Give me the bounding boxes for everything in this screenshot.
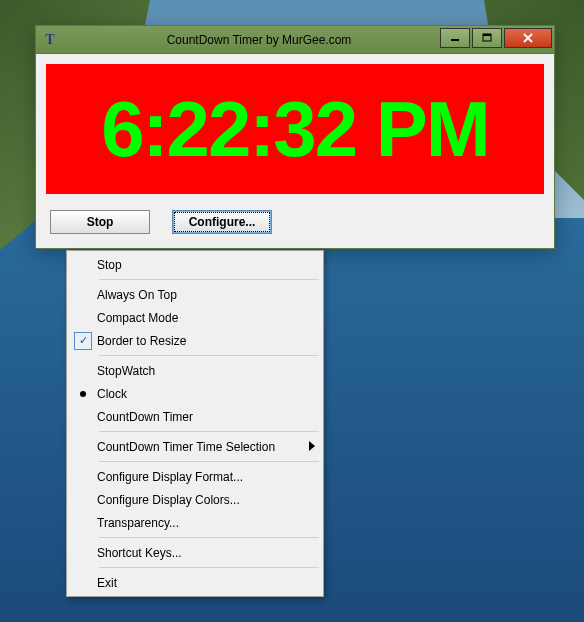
menu-separator xyxy=(99,355,319,356)
app-icon: T xyxy=(42,32,58,48)
maximize-button[interactable] xyxy=(472,28,502,48)
menu-separator xyxy=(99,567,319,568)
titlebar[interactable]: T CountDown Timer by MurGee.com xyxy=(36,26,554,54)
stop-button[interactable]: Stop xyxy=(50,210,150,234)
menu-separator xyxy=(99,279,319,280)
menu-item-exit[interactable]: Exit xyxy=(69,571,321,594)
menu-item-border-to-resize[interactable]: ✓ Border to Resize xyxy=(69,329,321,352)
check-icon: ✓ xyxy=(74,332,92,350)
svg-marker-5 xyxy=(309,441,315,451)
time-display: 6:22:32 PM xyxy=(46,64,544,194)
configure-button[interactable]: Configure... xyxy=(172,210,272,234)
submenu-arrow-icon xyxy=(309,440,315,454)
menu-item-shortcut-keys[interactable]: Shortcut Keys... xyxy=(69,541,321,564)
context-menu: Stop Always On Top Compact Mode ✓ Border… xyxy=(66,250,324,597)
menu-item-clock[interactable]: Clock xyxy=(69,382,321,405)
client-area: 6:22:32 PM Stop Configure... xyxy=(36,54,554,248)
menu-item-display-colors[interactable]: Configure Display Colors... xyxy=(69,488,321,511)
menu-item-time-selection[interactable]: CountDown Timer Time Selection xyxy=(69,435,321,458)
radio-dot-icon xyxy=(80,391,86,397)
menu-item-compact-mode[interactable]: Compact Mode xyxy=(69,306,321,329)
menu-item-transparency[interactable]: Transparency... xyxy=(69,511,321,534)
close-button[interactable] xyxy=(504,28,552,48)
menu-separator xyxy=(99,537,319,538)
menu-item-display-format[interactable]: Configure Display Format... xyxy=(69,465,321,488)
menu-item-stop[interactable]: Stop xyxy=(69,253,321,276)
menu-item-always-on-top[interactable]: Always On Top xyxy=(69,283,321,306)
minimize-button[interactable] xyxy=(440,28,470,48)
app-window: T CountDown Timer by MurGee.com 6:22:32 … xyxy=(35,25,555,249)
menu-separator xyxy=(99,461,319,462)
menu-item-countdown-timer[interactable]: CountDown Timer xyxy=(69,405,321,428)
menu-item-stopwatch[interactable]: StopWatch xyxy=(69,359,321,382)
menu-separator xyxy=(99,431,319,432)
